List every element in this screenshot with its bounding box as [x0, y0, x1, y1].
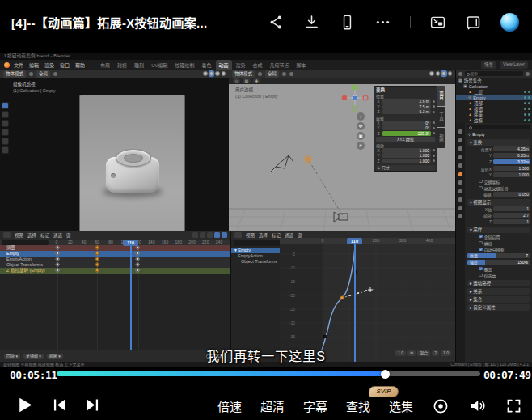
channel-summary: 摘要 — [0, 245, 230, 251]
property-row: ✓全局启用 — [467, 233, 530, 240]
video-frame[interactable]: X按钮动画案例.blend - Blender 文件编辑渲染窗口帮助 布局建模雕… — [0, 45, 532, 368]
mobile-device-icon[interactable] — [339, 14, 356, 31]
quality-button[interactable]: 超清 — [260, 397, 285, 414]
graph-channel: EmptyAction — [231, 253, 281, 259]
dope-sheet-editor-icon — [3, 232, 11, 238]
outliner-row: ▲顶部 — [456, 100, 532, 106]
axis-label: Y — [376, 153, 381, 158]
record-screen-icon[interactable] — [432, 397, 450, 415]
graph-menu-视图: 视图 — [246, 232, 255, 239]
checkbox: ✓ — [479, 248, 483, 252]
dope-sheet-editor: 视图选择标记通道键 020406080100120140160180200220… — [0, 231, 230, 362]
mesh-icon: ▲ — [468, 89, 472, 95]
user-avatar[interactable] — [500, 13, 519, 32]
channel-filter-input — [2, 240, 49, 245]
tool-button — [2, 102, 9, 109]
properties-tab-icon — [458, 146, 462, 151]
properties-tab-icon — [458, 172, 462, 176]
property-row: 强度150% — [467, 259, 530, 265]
render-visibility-icon — [528, 91, 530, 93]
blender-menubar: 文件编辑渲染窗口帮助 布局建模雕刻UV编辑纹理绘制着色动画渲染合成几何节点脚本 … — [0, 60, 532, 70]
section-header: ▸ 关系 — [467, 288, 530, 295]
progress-knob[interactable] — [381, 370, 390, 379]
property-row: 交换坐标 — [467, 178, 530, 185]
channel-fcurve: Z 欧拉旋转 (Empty) — [0, 268, 230, 274]
lock-icon — [433, 111, 435, 113]
properties-tab-strip — [456, 123, 465, 362]
property-label: Z — [467, 159, 492, 164]
volume-icon[interactable] — [468, 397, 487, 415]
progress-track[interactable] — [57, 371, 480, 376]
outliner-row: ▲按钮 — [456, 106, 532, 112]
properties-tab-icon — [458, 155, 462, 159]
n-panel-side-tabs: 项目工具视图 — [437, 86, 445, 148]
property-row: Z1 — [467, 218, 530, 225]
find-button[interactable]: 查找 — [346, 397, 370, 414]
n-panel-tab-项目: 项目 — [437, 86, 445, 106]
previous-episode-button[interactable] — [51, 397, 68, 414]
property-row: Y0.05m — [467, 152, 530, 159]
n-panel-tab-视图: 视图 — [437, 128, 445, 148]
captions-button[interactable]: 字幕 — [303, 397, 327, 414]
lock-icon — [433, 149, 435, 151]
property-label: 缩放 — [467, 213, 492, 218]
viewport-left-overlay-1: 摄像机透视 — [13, 81, 36, 87]
dope-sheet-playhead — [130, 240, 132, 350]
viewport-left-header: 物体模式 全局 — [0, 70, 229, 78]
viewport-right-overlay-2: (1) Collection | Empty — [235, 93, 277, 100]
move-viewport-icon: ✥ — [357, 122, 365, 130]
visibility-toggles — [524, 113, 530, 116]
camera-view-icon: ▣ — [357, 132, 365, 140]
episodes-button[interactable]: 选集 — [389, 397, 413, 414]
section-header: ▾ 视图显示 — [467, 199, 530, 206]
property-value: 2.7 — [493, 213, 530, 218]
property-label: Y — [467, 172, 492, 177]
render-visibility-icon — [528, 108, 530, 110]
section-header: ▸ 运动路径 — [467, 280, 530, 286]
viewport-camera-view: 物体模式 全局 摄像机透视 (1) Collection | Empty — [0, 70, 229, 231]
axis-value: 6.3 m — [382, 109, 431, 114]
mesh-icon: ▲ — [468, 106, 472, 112]
dope-sheet-frame-badge: 110 — [123, 240, 138, 246]
playback-controls — [15, 395, 101, 415]
dope-menu-键: 键 — [66, 232, 71, 239]
filter-toggle-icon — [192, 232, 198, 238]
n-panel-row: Y0° — [376, 125, 435, 131]
axis-value: 1.000 — [382, 148, 431, 153]
graph-ruler-tick: 300 — [396, 238, 409, 244]
axis-label: X — [376, 99, 381, 104]
axis-value: 1.000 — [382, 153, 431, 158]
more-options-icon[interactable] — [374, 14, 391, 31]
mesh-icon: ▲ — [468, 100, 472, 106]
properties-tab-icon — [458, 163, 462, 168]
play-button[interactable] — [15, 395, 35, 415]
picture-in-picture-icon[interactable] — [429, 14, 446, 31]
next-episode-button[interactable] — [84, 397, 101, 414]
keyframe-point — [323, 335, 327, 338]
key-column-line — [57, 245, 58, 350]
tool-button — [2, 146, 9, 154]
properties-tab-icon — [458, 189, 462, 193]
fullscreen-icon[interactable] — [505, 397, 522, 414]
speed-button[interactable]: 倍速 — [217, 397, 242, 414]
slider-value: 7 — [526, 253, 528, 259]
ruler-tick: 60 — [91, 240, 103, 245]
workspace-tab: 布局 — [97, 60, 113, 70]
share-icon[interactable] — [268, 14, 285, 31]
viewport-visibility-icon — [524, 119, 526, 121]
properties-tab-icon — [458, 206, 462, 210]
property-label: Z — [467, 219, 492, 224]
snap-magnet-icon — [282, 72, 286, 76]
download-icon[interactable] — [303, 14, 320, 31]
key-column-line — [138, 245, 139, 350]
ruler-tick: 40 — [78, 240, 91, 245]
property-value: 1 — [493, 206, 530, 212]
rotation-mode-dropdown: XYZ 欧拉 — [376, 137, 435, 142]
right-column: 搜索 ▦场景集合▣Collection▲二层⊹Empty▲顶部▲按钮▲底座▲边框… — [455, 70, 532, 362]
floating-window-icon[interactable] — [465, 14, 482, 31]
solid-shading-icon — [209, 71, 214, 76]
tool-button — [2, 129, 9, 136]
checkbox-label: 覆盖 — [484, 266, 492, 272]
progress-fill — [57, 371, 385, 376]
outliner-editor-icon — [458, 72, 462, 76]
